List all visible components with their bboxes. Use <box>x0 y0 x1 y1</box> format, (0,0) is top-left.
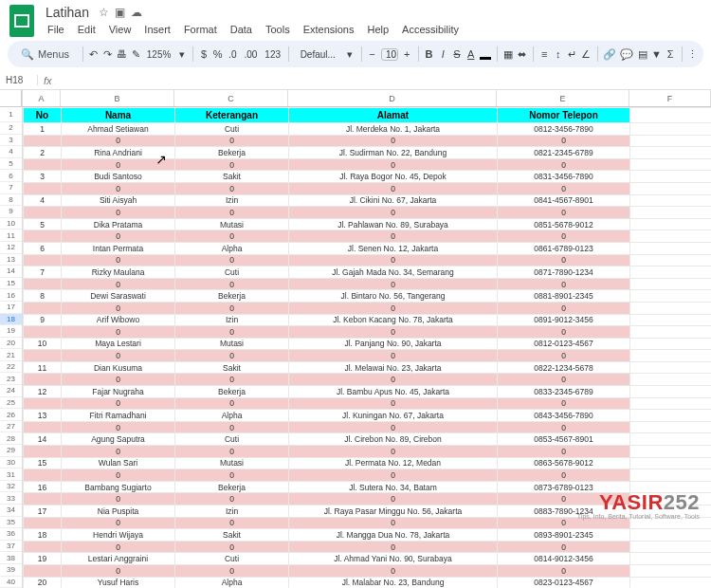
cell[interactable] <box>630 433 712 446</box>
cell[interactable] <box>630 171 712 183</box>
cell[interactable]: 0871-7890-1234 <box>498 266 630 279</box>
cell[interactable]: 0 <box>289 350 498 362</box>
cell[interactable]: 0 <box>62 278 175 290</box>
col-header-A[interactable]: A <box>23 90 61 106</box>
cell[interactable]: 0 <box>175 446 289 458</box>
decrease-font-button[interactable]: − <box>367 46 377 63</box>
cell[interactable]: 10 <box>24 338 62 350</box>
cell[interactable]: 0 <box>289 254 498 266</box>
cell[interactable]: Maya Lestari <box>62 338 175 350</box>
cell[interactable] <box>630 194 712 207</box>
cell[interactable]: 0 <box>498 278 630 290</box>
sheet-table[interactable]: NoNamaKeteranganAlamatNomor Telepon1Ahma… <box>23 107 711 588</box>
cell[interactable] <box>24 446 62 458</box>
cell[interactable]: Jl. Panjang No. 90, Jakarta <box>289 338 498 350</box>
cell[interactable] <box>630 361 712 374</box>
cell[interactable] <box>630 326 712 339</box>
cell[interactable]: Hendri Wijaya <box>62 529 175 542</box>
filter-icon[interactable]: ▼ <box>651 46 662 63</box>
cell[interactable]: Jl. Bintaro No. 56, Tangerang <box>289 290 498 303</box>
cell[interactable] <box>630 302 712 314</box>
row-header-31[interactable]: 31 <box>0 469 22 481</box>
cell[interactable]: 0863-5678-9012 <box>498 457 630 469</box>
row-header-18[interactable]: 18 <box>0 314 22 326</box>
cell[interactable] <box>630 505 712 518</box>
row-header-19[interactable]: 19 <box>0 325 22 338</box>
row-header-28[interactable]: 28 <box>0 432 22 445</box>
cell[interactable]: Jl. Sutera No. 34, Batam <box>289 481 498 493</box>
col-header-B[interactable]: B <box>61 90 174 106</box>
menu-tools[interactable]: Tools <box>260 22 296 37</box>
cell[interactable] <box>630 230 712 243</box>
cell[interactable] <box>630 469 712 482</box>
row-header-15[interactable]: 15 <box>0 278 22 290</box>
row-header-5[interactable]: 5 <box>0 158 22 171</box>
print-icon[interactable]: 🖶 <box>117 46 127 63</box>
cell[interactable]: Nia Puspita <box>62 505 175 518</box>
cell[interactable]: 0 <box>289 158 498 171</box>
cell[interactable]: Cuti <box>175 266 289 279</box>
cell[interactable] <box>630 135 712 147</box>
cell[interactable]: 0 <box>289 182 498 194</box>
h-align-button[interactable]: ≡ <box>539 46 550 63</box>
cell[interactable]: 0 <box>175 397 289 410</box>
cell[interactable]: Jl. Bambu Apus No. 45, Jakarta <box>289 386 498 398</box>
cell[interactable]: 0 <box>498 421 630 433</box>
cell[interactable]: 0 <box>62 493 175 505</box>
row-header-30[interactable]: 30 <box>0 457 22 469</box>
row-header-9[interactable]: 9 <box>0 206 22 218</box>
row-header-7[interactable]: 7 <box>0 182 22 194</box>
row-header-21[interactable]: 21 <box>0 349 22 361</box>
cell[interactable]: Dian Kusuma <box>62 361 175 374</box>
cell[interactable]: 0 <box>62 517 175 529</box>
cell[interactable]: 0822-1234-5678 <box>498 361 630 374</box>
cell[interactable]: 0 <box>498 350 630 362</box>
menu-search[interactable]: 🔍 Menus <box>13 46 77 63</box>
cell[interactable]: 0 <box>175 564 289 577</box>
cell[interactable] <box>630 374 712 386</box>
cell[interactable]: 0883-7890-1234 <box>498 505 630 518</box>
cell[interactable]: Bekerja <box>175 481 289 493</box>
cell[interactable]: 0 <box>175 421 289 433</box>
cell[interactable] <box>630 290 712 303</box>
cell[interactable] <box>630 182 712 194</box>
cell[interactable]: 0812-0123-4567 <box>498 338 630 350</box>
more-icon[interactable]: ⋮ <box>687 46 698 63</box>
link-icon[interactable]: 🔗 <box>603 46 616 63</box>
cell[interactable]: Sakit <box>175 361 289 374</box>
increase-decimal-button[interactable]: .00 <box>242 49 259 60</box>
italic-button[interactable]: I <box>438 46 448 63</box>
cell[interactable]: 6 <box>24 242 62 254</box>
cell[interactable]: 0 <box>62 182 175 194</box>
cell[interactable] <box>630 541 712 553</box>
cell[interactable]: Alpha <box>175 242 289 254</box>
cell[interactable]: 0 <box>498 302 630 314</box>
cell[interactable]: 0 <box>289 446 498 458</box>
cell[interactable]: 0 <box>175 469 289 482</box>
cell[interactable]: 0831-3456-7890 <box>498 171 630 183</box>
cell[interactable]: Jl. Melawai No. 23, Jakarta <box>289 361 498 374</box>
decrease-decimal-button[interactable]: .0 <box>227 49 238 60</box>
cell[interactable] <box>630 123 712 136</box>
cell[interactable] <box>24 326 62 339</box>
cell[interactable]: Siti Aisyah <box>62 194 175 207</box>
percent-button[interactable]: % <box>212 46 223 63</box>
row-header-16[interactable]: 16 <box>0 289 22 302</box>
menu-insert[interactable]: Insert <box>138 22 176 37</box>
cell[interactable] <box>630 529 712 542</box>
cell[interactable]: Cuti <box>175 553 289 565</box>
cell[interactable]: Jl. Cikini No. 67, Jakarta <box>289 194 498 207</box>
cell[interactable] <box>24 493 62 505</box>
cell[interactable]: 0 <box>175 254 289 266</box>
sigma-icon[interactable]: Σ <box>665 46 676 63</box>
cell[interactable]: Jl. Kebon Kacang No. 78, Jakarta <box>289 314 498 326</box>
name-box[interactable]: H18 <box>0 75 38 85</box>
bold-button[interactable]: B <box>424 46 434 63</box>
cell[interactable]: Jl. Permata No. 12, Medan <box>289 457 498 469</box>
cell[interactable]: Wulan Sari <box>62 457 175 469</box>
cell[interactable]: 0 <box>289 207 498 219</box>
cell[interactable]: Dewi Saraswati <box>62 290 175 303</box>
cell[interactable]: Alpha <box>175 410 289 422</box>
cell[interactable]: 0821-2345-6789 <box>498 147 630 159</box>
redo-icon[interactable]: ↷ <box>102 46 113 63</box>
